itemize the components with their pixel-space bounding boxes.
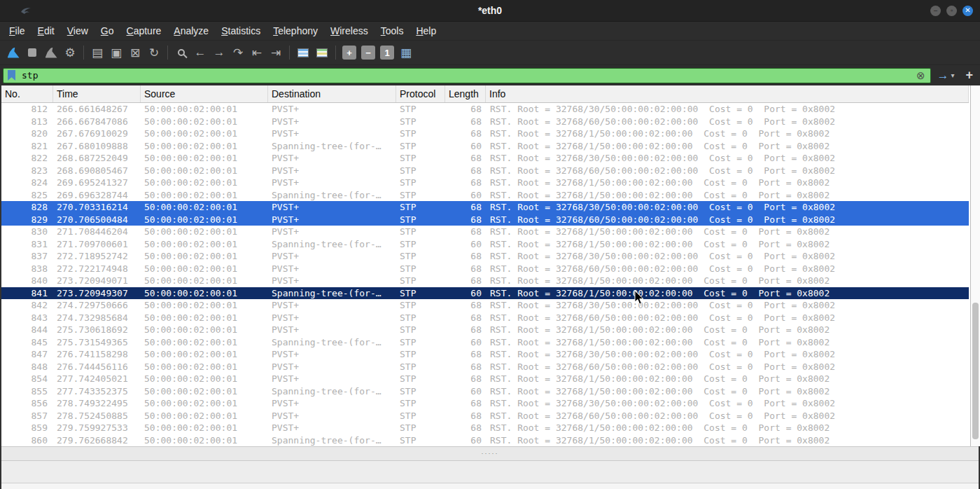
menu-edit[interactable]: Edit [31,22,61,40]
packet-row-848[interactable]: 848276.74445611650:00:00:02:00:01PVST+ST… [1,361,969,373]
cell-time: 267.676910029 [53,128,141,140]
zoom-original-icon[interactable]: 1 [380,46,394,60]
go-to-packet-icon[interactable]: ↷ [229,43,247,62]
packet-row-812[interactable]: 812266.66164826750:00:00:02:00:01PVST+ST… [1,103,969,116]
cell-time: 277.743352375 [53,385,141,398]
cell-no: 829 [1,214,53,226]
packet-row-855[interactable]: 855277.74335237550:00:00:02:00:01Spannin… [1,385,969,398]
cell-proto: STP [396,165,445,177]
minimize-button[interactable]: – [930,6,941,16]
cell-proto: STP [396,140,445,153]
packet-row-823[interactable]: 823268.69080546750:00:00:02:00:01PVST+ST… [1,165,969,177]
packet-row-840[interactable]: 840273.72094907150:00:00:02:00:01PVST+ST… [1,275,969,287]
cell-len: 68 [445,128,486,140]
column-header-destination[interactable]: Destination [268,85,396,102]
packet-row-841[interactable]: 841273.72094930750:00:00:02:00:01Spannin… [1,287,969,300]
menu-analyze[interactable]: Analyze [167,22,215,40]
menu-help[interactable]: Help [410,22,442,40]
packet-row-828[interactable]: 828270.70331621450:00:00:02:00:01PVST+ST… [1,201,969,214]
cell-time: 273.720949307 [53,287,141,300]
go-forward-icon[interactable]: → [210,43,228,62]
packet-row-856[interactable]: 856278.74932249550:00:00:02:00:01PVST+ST… [1,397,969,410]
packet-row-860[interactable]: 860279.76266884250:00:00:02:00:01Spannin… [1,434,969,447]
cell-src: 50:00:00:02:00:01 [141,140,268,153]
packet-row-831[interactable]: 831271.70970060150:00:00:02:00:01Spannin… [1,238,969,251]
packet-row-842[interactable]: 842274.72975066650:00:00:02:00:01PVST+ST… [1,299,969,312]
filter-clear-icon[interactable]: ⊗ [915,69,927,82]
find-packet-icon[interactable] [172,43,190,62]
cell-no: 821 [1,140,53,153]
cell-len: 60 [445,189,486,202]
close-file-icon[interactable]: ⊠ [126,43,144,62]
menu-view[interactable]: View [61,22,94,40]
vertical-scrollbar[interactable] [970,85,980,446]
close-button[interactable]: ✕ [962,6,973,16]
filter-bookmark-icon[interactable] [8,70,15,81]
cell-src: 50:00:00:02:00:01 [141,324,268,336]
maximize-button[interactable]: ▫ [946,6,957,16]
go-first-icon[interactable]: ⇤ [248,43,266,62]
packet-row-813[interactable]: 813266.66784708650:00:00:02:00:01PVST+ST… [1,116,969,128]
menu-telephony[interactable]: Telephony [267,22,324,40]
restart-capture-icon[interactable] [42,43,60,62]
reload-file-icon[interactable]: ↻ [145,43,163,62]
scrollbar-handle[interactable] [972,303,979,439]
packet-row-825[interactable]: 825269.69632874450:00:00:02:00:01Spannin… [1,189,969,202]
display-filter-input[interactable] [20,69,915,81]
packet-row-854[interactable]: 854277.74240502150:00:00:02:00:01PVST+ST… [1,373,969,385]
colorize-icon[interactable] [313,43,331,62]
cell-no: 831 [1,238,53,251]
menu-go[interactable]: Go [94,22,120,40]
column-header-source[interactable]: Source [141,85,268,102]
packet-row-857[interactable]: 857278.75245088550:00:00:02:00:01PVST+ST… [1,410,969,422]
packet-row-822[interactable]: 822268.68725204950:00:00:02:00:01PVST+ST… [1,152,969,165]
stop-capture-icon[interactable] [23,43,41,62]
add-filter-button[interactable]: + [962,68,976,83]
packet-row-838[interactable]: 838272.72217494850:00:00:02:00:01PVST+ST… [1,263,969,275]
filter-apply-button[interactable]: → ▾ [935,69,955,83]
menu-wireless[interactable]: Wireless [324,22,374,40]
cell-no: 847 [1,348,53,361]
cell-proto: STP [396,226,445,238]
start-capture-icon[interactable] [4,43,22,62]
cell-proto: STP [396,324,445,336]
menu-statistics[interactable]: Statistics [215,22,267,40]
packet-row-845[interactable]: 845275.73154936550:00:00:02:00:01Spannin… [1,336,969,349]
go-back-icon[interactable]: ← [191,43,209,62]
display-filter-box[interactable]: ⊗ [3,68,931,83]
packet-row-859[interactable]: 859279.75992753350:00:00:02:00:01PVST+ST… [1,422,969,434]
menu-capture[interactable]: Capture [120,22,168,40]
packet-row-821[interactable]: 821267.68010988850:00:00:02:00:01Spannin… [1,140,969,153]
auto-scroll-icon[interactable] [294,43,312,62]
packet-row-847[interactable]: 847276.74115829850:00:00:02:00:01PVST+ST… [1,348,969,361]
packet-row-829[interactable]: 829270.70650048450:00:00:02:00:01PVST+ST… [1,214,969,226]
capture-options-icon[interactable]: ⚙ [61,43,79,62]
cell-no: 840 [1,275,53,287]
cell-dst: PVST+ [268,116,396,128]
packet-row-824[interactable]: 824269.69524132750:00:00:02:00:01PVST+ST… [1,177,969,189]
column-header-time[interactable]: Time [53,85,141,102]
packet-row-820[interactable]: 820267.67691002950:00:00:02:00:01PVST+ST… [1,128,969,140]
menu-file[interactable]: File [3,22,31,40]
column-header-length[interactable]: Length [445,85,486,102]
cell-src: 50:00:00:02:00:01 [141,152,268,165]
go-last-icon[interactable]: ⇥ [267,43,285,62]
cell-dst: PVST+ [268,152,396,165]
resize-columns-icon[interactable]: ▦ [397,43,415,62]
open-file-icon[interactable]: ▤ [88,43,106,62]
column-header-protocol[interactable]: Protocol [396,85,445,102]
packet-row-843[interactable]: 843274.73298568450:00:00:02:00:01PVST+ST… [1,312,969,324]
save-file-icon[interactable]: ▣ [107,43,125,62]
column-header-info[interactable]: Info [486,85,969,102]
zoom-in-icon[interactable]: + [342,46,356,60]
cell-len: 68 [445,250,486,263]
packet-row-844[interactable]: 844275.73061869250:00:00:02:00:01PVST+ST… [1,324,969,336]
pane-splitter[interactable]: ····· [1,446,979,461]
column-header-no[interactable]: No. [1,85,53,102]
menu-tools[interactable]: Tools [374,22,410,40]
cell-no: 812 [1,103,53,116]
cell-time: 267.680109888 [53,140,141,153]
zoom-out-icon[interactable]: − [361,46,375,60]
packet-row-837[interactable]: 837272.71895274250:00:00:02:00:01PVST+ST… [1,250,969,263]
packet-row-830[interactable]: 830271.70844620450:00:00:02:00:01PVST+ST… [1,226,969,238]
